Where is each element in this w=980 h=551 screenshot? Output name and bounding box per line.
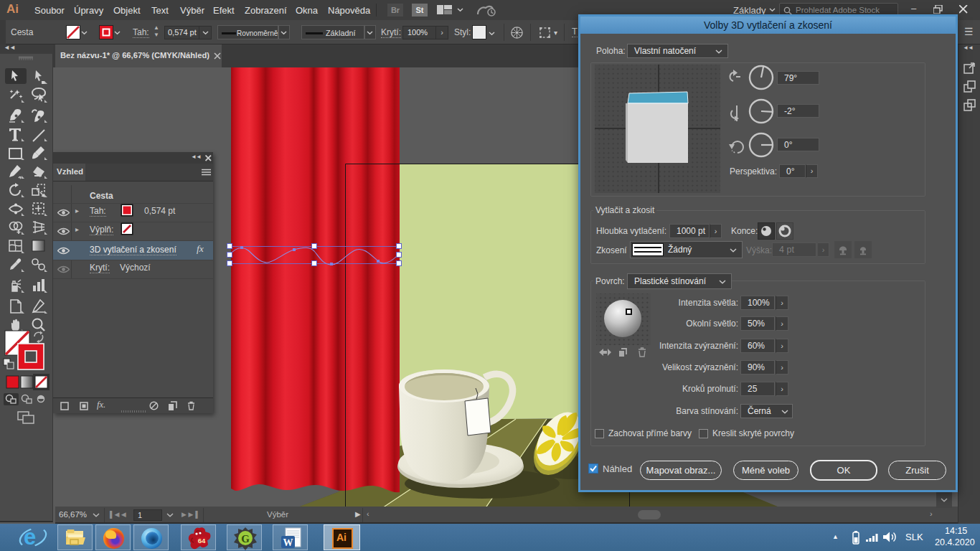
svg-text:G: G [241,533,250,545]
svg-text:64: 64 [198,537,206,545]
svg-text:W: W [283,537,293,548]
